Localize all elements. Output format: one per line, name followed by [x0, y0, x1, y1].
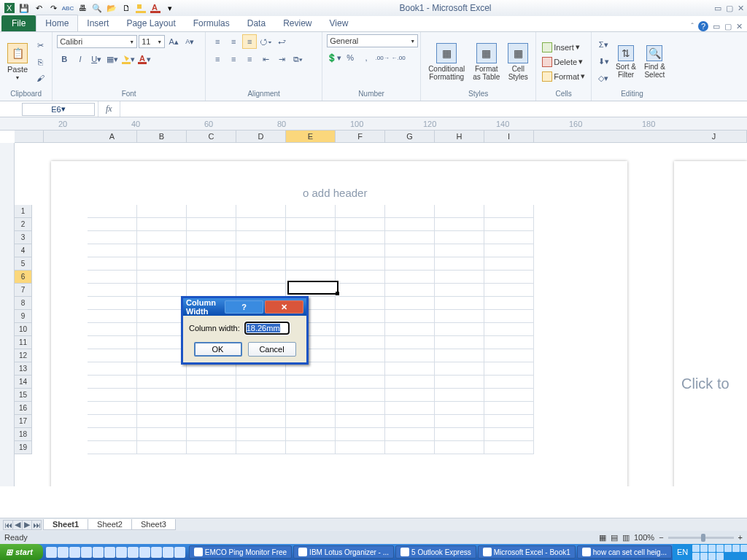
row-head-10[interactable]: 10: [15, 323, 32, 336]
cell[interactable]: [137, 218, 187, 231]
row-head-1[interactable]: 1: [15, 205, 32, 218]
cell[interactable]: [88, 218, 137, 231]
increase-indent-icon[interactable]: ⇥: [274, 52, 289, 66]
col-head-I[interactable]: I: [484, 131, 534, 142]
cell[interactable]: [137, 257, 187, 271]
ql-icon[interactable]: [116, 547, 127, 558]
tray-icon[interactable]: [708, 545, 716, 552]
cell[interactable]: [385, 244, 435, 257]
cell[interactable]: [286, 428, 336, 441]
cell[interactable]: [137, 336, 187, 349]
dialog-close-icon[interactable]: ✕: [265, 300, 303, 314]
cell[interactable]: [484, 428, 534, 441]
cell[interactable]: [88, 349, 137, 362]
row-head-17[interactable]: 17: [15, 415, 32, 428]
cell[interactable]: [236, 284, 286, 297]
name-box[interactable]: E6 ▾: [22, 103, 95, 116]
row-head-19[interactable]: 19: [15, 441, 32, 454]
taskbar-task[interactable]: 5 Outlook Express: [395, 545, 476, 559]
cell[interactable]: [385, 441, 435, 454]
ql-icon[interactable]: [151, 547, 162, 558]
cell[interactable]: [385, 376, 435, 389]
cell[interactable]: [88, 271, 137, 284]
col-head-C[interactable]: C: [187, 131, 236, 142]
cell[interactable]: [88, 323, 137, 336]
ql-icon[interactable]: [128, 547, 139, 558]
cell[interactable]: [137, 231, 187, 244]
row-head-16[interactable]: 16: [15, 402, 32, 415]
cell[interactable]: [435, 271, 484, 284]
cell[interactable]: [137, 271, 187, 284]
column-width-input[interactable]: [244, 322, 290, 335]
cell[interactable]: [137, 362, 187, 376]
cell[interactable]: [336, 257, 385, 271]
sheet-nav-last-icon[interactable]: ⏭: [31, 520, 42, 530]
taskbar-task[interactable]: EMCO Ping Monitor Free: [189, 545, 292, 559]
cell[interactable]: [236, 415, 286, 428]
cell[interactable]: [484, 231, 534, 244]
cell[interactable]: [187, 415, 236, 428]
view-layout-icon[interactable]: ▤: [611, 533, 618, 542]
cell[interactable]: [336, 402, 385, 415]
accounting-icon[interactable]: 💲▾: [327, 50, 341, 65]
col-head-D[interactable]: D: [236, 131, 286, 142]
cell[interactable]: [435, 415, 484, 428]
cell[interactable]: [484, 218, 534, 231]
tray-icon[interactable]: [700, 545, 708, 552]
comma-icon[interactable]: ,: [359, 50, 374, 65]
col-head-A[interactable]: A: [88, 131, 137, 142]
border-icon[interactable]: ▦▾: [105, 52, 120, 66]
ql-icon[interactable]: [93, 547, 104, 558]
tray-icon[interactable]: [740, 545, 747, 552]
format-cells-button[interactable]: Format ▾: [541, 71, 587, 82]
row-head-15[interactable]: 15: [15, 389, 32, 402]
row-head-18[interactable]: 18: [15, 428, 32, 441]
cell[interactable]: [435, 323, 484, 336]
clear-icon[interactable]: ◇▾: [596, 71, 611, 86]
zoom-in-icon[interactable]: +: [738, 533, 743, 542]
cell[interactable]: [88, 362, 137, 376]
cell[interactable]: [435, 389, 484, 402]
cell[interactable]: [88, 441, 137, 454]
taskbar-task[interactable]: Microsoft Excel - Book1: [478, 545, 576, 559]
cell[interactable]: [336, 376, 385, 389]
minimize-ribbon-icon[interactable]: ˆ: [691, 22, 694, 31]
qat-customize-icon[interactable]: ▾: [163, 1, 177, 15]
delete-cells-button[interactable]: Delete ▾: [541, 56, 587, 68]
cell[interactable]: [336, 323, 385, 336]
cell[interactable]: [137, 323, 187, 336]
ql-icon[interactable]: [69, 547, 80, 558]
cell[interactable]: [137, 441, 187, 454]
ql-icon[interactable]: [163, 547, 174, 558]
row-head-12[interactable]: 12: [15, 349, 32, 362]
cell[interactable]: [187, 244, 236, 257]
cell[interactable]: [137, 428, 187, 441]
cell[interactable]: [236, 218, 286, 231]
active-cell[interactable]: [287, 281, 338, 295]
cell[interactable]: [336, 441, 385, 454]
cell[interactable]: [385, 297, 435, 310]
select-all-corner[interactable]: [15, 131, 44, 142]
close-icon[interactable]: ✕: [738, 4, 744, 13]
cell[interactable]: [286, 441, 336, 454]
cell[interactable]: [88, 310, 137, 323]
cell[interactable]: [484, 402, 534, 415]
cell[interactable]: [137, 402, 187, 415]
sheet-tab-2[interactable]: Sheet2: [88, 519, 132, 530]
cell[interactable]: [385, 310, 435, 323]
zoom-level[interactable]: 100%: [634, 533, 654, 542]
cell[interactable]: [137, 244, 187, 257]
insert-cells-button[interactable]: Insert ▾: [541, 42, 587, 53]
align-left-icon[interactable]: ≡: [210, 52, 225, 66]
ql-icon[interactable]: [81, 547, 92, 558]
sheet-nav-prev-icon[interactable]: ◀: [12, 520, 23, 530]
restore-icon[interactable]: ▢: [726, 4, 733, 13]
increase-decimal-icon[interactable]: .00→: [375, 50, 390, 65]
cell[interactable]: [435, 428, 484, 441]
cell[interactable]: [187, 284, 236, 297]
tab-insert[interactable]: Insert: [78, 15, 117, 31]
cell[interactable]: [88, 415, 137, 428]
cell[interactable]: [236, 271, 286, 284]
taskbar-task[interactable]: IBM Lotus Organizer - ...: [293, 545, 394, 559]
cell[interactable]: [484, 284, 534, 297]
